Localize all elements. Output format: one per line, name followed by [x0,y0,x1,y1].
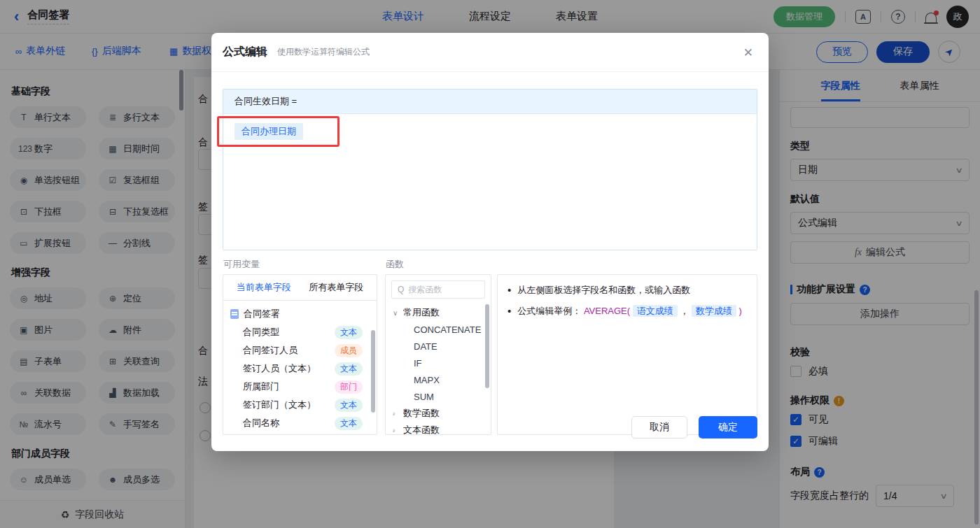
variable-type-tag: 文本 [335,417,363,430]
function-row[interactable]: DATE [386,338,491,355]
variables-tab[interactable]: 当前表单字段 [237,281,291,294]
functions-scrollbar[interactable] [485,304,489,388]
formula-input-area[interactable]: 合同办理日期 [223,114,757,250]
variable-field-name: 合同名称 [243,417,279,429]
variable-field-name: 所属部门 [243,380,279,393]
function-label: DATE [414,341,438,352]
variable-field-name: 签订人员（文本） [243,362,316,375]
variable-type-tag: 文本 [335,326,363,339]
variable-type-tag: 文本 [335,399,363,412]
variable-field-name: 合同签订人员 [243,344,298,357]
variables-scrollbar[interactable] [371,330,375,413]
close-icon[interactable]: ✕ [743,45,753,60]
function-row[interactable]: › 文本函数 [386,422,491,435]
bullet: • [507,283,511,297]
tree-chevron-icon: › [393,410,400,418]
functions-panel-label: 函数 [386,258,404,271]
formula-target-label: 合同生效日期 = [234,95,297,108]
modal-subtitle: 使用数学运算符编辑公式 [277,46,370,58]
form-tree-root[interactable]: 合同签署 [230,305,371,323]
cancel-button[interactable]: 取消 [631,416,687,438]
function-search-input[interactable]: Q 搜索函数 [391,280,485,299]
variables-tabs: 当前表单字段所有表单字段 [223,275,377,301]
form-name: 合同签署 [244,308,280,320]
example-field-chip: 语文成绩 [633,305,678,317]
variable-field-row[interactable]: 所属部门 部门 [230,378,371,396]
help-line-2: • 公式编辑举例： AVERAGE( 语文成绩 ， 数学成绩 ) [507,304,747,318]
form-doc-icon [230,309,239,319]
variables-panel: 当前表单字段所有表单字段 合同签署 合同类型 文本 合同签订人员 成员 [223,274,377,435]
example-field-chip: 数学成绩 [692,305,736,317]
functions-tree: ∨ 常用函数 CONCATENATE DATE IF [386,304,491,435]
function-row[interactable]: IF [386,355,491,371]
variable-type-tag: 成员 [335,344,363,357]
help-text: 从左侧面板选择字段名和函数，或输入函数 [517,283,690,297]
example-function-open: AVERAGE( [584,306,630,316]
function-row[interactable]: ∨ 常用函数 [386,304,491,321]
function-label: IF [414,358,422,369]
function-row[interactable]: › 数学函数 [386,405,491,422]
variables-field-list: 合同类型 文本 合同签订人员 成员 签订人员（文本） 文本 所属部门 [230,323,371,432]
formula-help-panel: • 从左侧面板选择字段名和函数，或输入函数 • 公式编辑举例： AVERAGE(… [497,274,757,435]
modal-footer: 取消 确定 [631,416,757,438]
function-row[interactable]: SUM [386,388,491,405]
modal-header: 公式编辑 使用数学运算符编辑公式 ✕ [211,33,769,72]
function-row[interactable]: CONCATENATE [386,321,491,338]
function-row[interactable]: MAPX [386,371,491,388]
tree-chevron-icon: › [393,427,400,434]
variable-field-name: 合同类型 [243,326,279,338]
help-example: 公式编辑举例： AVERAGE( 语文成绩 ， 数学成绩 ) [517,304,742,318]
variables-tree: 合同签署 合同类型 文本 合同签订人员 成员 签订人员（文本） [223,301,377,432]
variable-field-name: 签订部门（文本） [243,399,316,411]
bullet: • [507,304,511,318]
variable-type-tag: 文本 [335,362,363,376]
variable-field-row[interactable]: 签订部门（文本） 文本 [230,396,371,414]
variables-panel-label: 可用变量 [223,258,260,271]
formula-field-chip[interactable]: 合同办理日期 [234,123,303,140]
function-label: SUM [414,392,434,402]
variable-field-row[interactable]: 签订人员（文本） 文本 [230,359,371,378]
formula-editor-modal: 公式编辑 使用数学运算符编辑公式 ✕ 合同生效日期 = 合同办理日期 可用变量 … [211,33,769,451]
variable-field-row[interactable]: 合同签订人员 成员 [230,341,371,359]
tree-chevron-icon: ∨ [393,309,400,317]
search-placeholder: 搜索函数 [408,284,442,296]
function-label: 文本函数 [403,424,440,435]
variable-field-row[interactable]: 合同名称 文本 [230,414,371,432]
confirm-button[interactable]: 确定 [699,416,757,438]
help-line-1: • 从左侧面板选择字段名和函数，或输入函数 [507,283,747,297]
variable-field-row[interactable]: 合同类型 文本 [230,323,371,341]
search-icon: Q [398,285,404,294]
example-comma: ， [680,306,689,316]
variable-type-tag: 部门 [335,380,363,394]
function-label: CONCATENATE [414,324,481,335]
variables-tab[interactable]: 所有表单字段 [309,281,363,294]
function-label: MAPX [414,375,440,385]
function-label: 常用函数 [403,306,440,319]
functions-panel: Q 搜索函数 ∨ 常用函数 CONCATENATE DATE [385,274,491,435]
example-function-close: ) [739,306,742,316]
modal-title: 公式编辑 [223,45,267,59]
example-prefix: 公式编辑举例： [517,306,581,316]
function-label: 数学函数 [403,407,440,420]
formula-editor-box: 合同生效日期 = 合同办理日期 [223,89,757,250]
formula-target-bar: 合同生效日期 = [223,90,757,114]
